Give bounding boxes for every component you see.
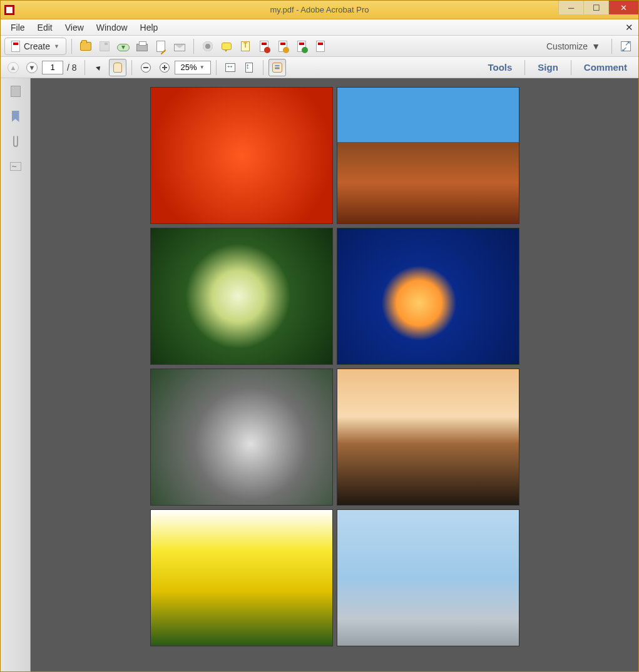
navigation-rail (1, 78, 31, 671)
page-thumbnail[interactable] (150, 369, 333, 506)
pdf-icon (297, 41, 306, 52)
page-thumbnail[interactable] (150, 228, 333, 365)
dropdown-icon: ▼ (54, 43, 59, 49)
zoom-level-field[interactable]: 25% ▼ (175, 61, 211, 74)
cloud-icon (117, 44, 130, 51)
page-thumbnail[interactable] (337, 509, 519, 646)
signatures-panel-button[interactable] (9, 160, 23, 173)
edit-doc-button[interactable] (152, 38, 170, 55)
cursor-icon (96, 64, 102, 71)
gear-icon (203, 41, 213, 51)
pdf-icon (316, 41, 325, 52)
pdf-icon (11, 41, 20, 52)
customize-button[interactable]: Customize ▼ (540, 38, 606, 55)
zoom-out-button[interactable] (137, 59, 155, 76)
hand-tool-button[interactable] (109, 59, 126, 76)
envelope-icon (174, 44, 185, 51)
arrow-up-icon: ▲ (8, 62, 19, 73)
pdf-action-3-button[interactable] (293, 38, 310, 55)
hand-icon (113, 63, 122, 73)
window-title: my.pdf - Adobe Acrobat Pro (1, 5, 638, 14)
email-button[interactable] (171, 38, 188, 55)
bubble-icon (222, 43, 232, 50)
attachments-panel-button[interactable] (9, 135, 23, 148)
sticky-note-button[interactable] (237, 38, 254, 55)
page-grid (150, 87, 519, 646)
pdf-icon (279, 41, 287, 52)
comment-bubble-button[interactable] (218, 38, 235, 55)
printer-icon (136, 44, 148, 51)
comment-panel-button[interactable]: Comment (576, 59, 635, 75)
save-button[interactable] (96, 38, 113, 55)
customize-label: Customize (546, 41, 588, 51)
title-bar: my.pdf - Adobe Acrobat Pro ─ ☐ ✕ (1, 1, 638, 19)
fit-page-icon (245, 63, 253, 73)
document-viewport[interactable] (31, 78, 638, 671)
page-thumbnail[interactable] (150, 87, 333, 224)
dropdown-icon: ▼ (591, 41, 600, 51)
close-document-button[interactable]: ✕ (625, 22, 633, 33)
arrow-down-icon: ▼ (26, 62, 38, 73)
page-number-input[interactable] (42, 61, 63, 74)
sign-panel-button[interactable]: Sign (530, 59, 566, 75)
settings-button[interactable] (199, 38, 217, 55)
zoom-in-button[interactable] (156, 59, 173, 76)
create-label: Create (24, 41, 50, 51)
fit-width-button[interactable] (222, 59, 239, 76)
expand-icon (621, 41, 631, 51)
page-thumbnail[interactable] (337, 228, 519, 365)
fit-page-button[interactable] (240, 59, 258, 76)
pages-icon (11, 86, 21, 97)
minimize-button[interactable]: ─ (558, 1, 583, 14)
page-thumbnail[interactable] (337, 369, 519, 506)
next-page-button[interactable]: ▼ (23, 59, 41, 76)
close-button[interactable]: ✕ (608, 1, 638, 14)
edit-doc-icon (156, 41, 165, 52)
app-window: my.pdf - Adobe Acrobat Pro ─ ☐ ✕ File Ed… (0, 0, 639, 672)
acrobat-icon (4, 5, 14, 15)
bookmarks-panel-button[interactable] (9, 109, 23, 123)
scroll-mode-button[interactable] (268, 59, 286, 76)
page-thumbnail[interactable] (337, 87, 519, 224)
print-button[interactable] (133, 38, 151, 55)
main-area (1, 78, 638, 671)
signature-icon (10, 162, 21, 171)
page-thumbnail[interactable] (150, 509, 333, 646)
open-button[interactable] (77, 38, 95, 55)
pages-panel-button[interactable] (9, 84, 23, 98)
pdf-action-2-button[interactable] (274, 38, 292, 55)
plus-icon (160, 63, 170, 73)
zoom-value: 25% (181, 63, 197, 72)
paperclip-icon (13, 136, 18, 147)
save-cloud-button[interactable] (115, 38, 132, 55)
folder-icon (80, 42, 91, 51)
dropdown-icon: ▼ (200, 64, 205, 70)
minus-icon (141, 63, 151, 73)
menu-view[interactable]: View (59, 21, 90, 34)
prev-page-button[interactable]: ▲ (4, 59, 22, 76)
menu-bar: File Edit View Window Help ✕ (1, 19, 638, 36)
save-icon (100, 41, 110, 51)
toolbar-primary: Create ▼ Customize ▼ (1, 36, 638, 57)
bookmark-icon (12, 111, 19, 122)
scroll-icon (272, 63, 282, 73)
tools-panel-button[interactable]: Tools (480, 59, 519, 75)
pdf-action-4-button[interactable] (312, 38, 329, 55)
maximize-button[interactable]: ☐ (583, 1, 608, 14)
menu-file[interactable]: File (4, 21, 31, 34)
fullscreen-button[interactable] (617, 38, 635, 55)
menu-window[interactable]: Window (90, 21, 134, 34)
select-tool-button[interactable] (90, 59, 108, 76)
menu-edit[interactable]: Edit (31, 21, 59, 34)
menu-help[interactable]: Help (134, 21, 165, 34)
pdf-action-1-button[interactable] (255, 38, 273, 55)
note-icon (241, 41, 250, 51)
fit-width-icon (225, 63, 235, 72)
pdf-icon (260, 41, 268, 52)
create-button[interactable]: Create ▼ (4, 38, 66, 55)
page-total-label: / 8 (67, 63, 77, 73)
toolbar-secondary: ▲ ▼ / 8 25% ▼ Tools Sign Comment (1, 57, 638, 78)
